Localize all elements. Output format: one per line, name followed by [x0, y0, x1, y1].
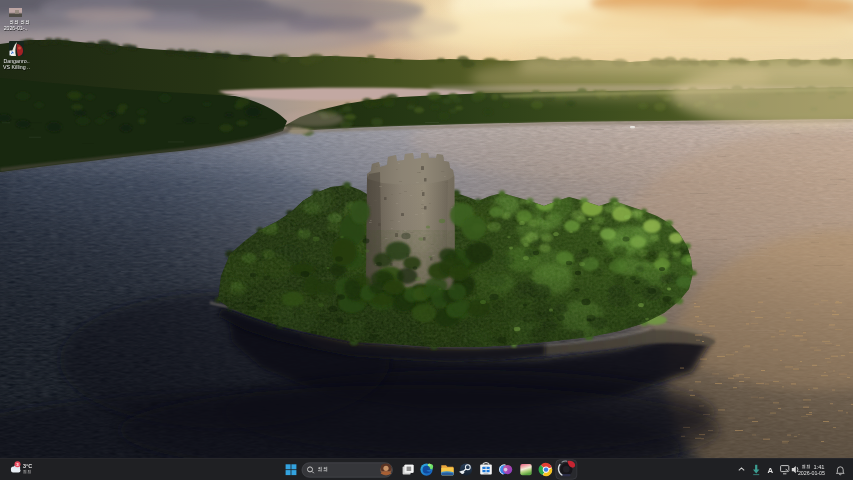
svg-text:2026-01-05: 2026-01-05: [798, 470, 825, 476]
svg-text:VS Killing ..: VS Killing ..: [3, 64, 30, 70]
svg-text:Danganro..: Danganro..: [3, 58, 29, 64]
svg-text:1:41: 1:41: [813, 464, 824, 470]
svg-text:2026-01-..: 2026-01-..: [4, 25, 28, 31]
svg-text:3°C: 3°C: [23, 463, 32, 469]
svg-text:A: A: [767, 466, 773, 475]
